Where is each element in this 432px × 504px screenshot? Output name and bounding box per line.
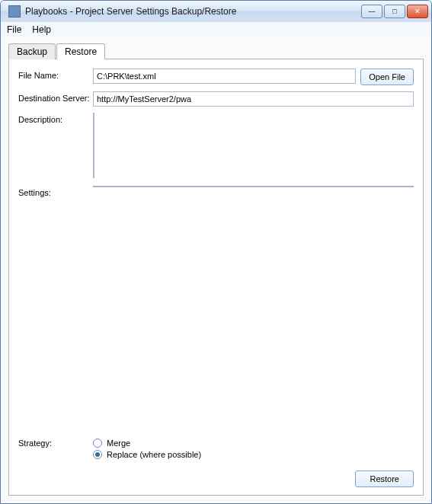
description-text: Source Server: http://MyTestServer2/pwa … (94, 113, 94, 177)
strategy-merge-label: Merge (107, 439, 130, 448)
strategy-merge-radio[interactable] (93, 439, 102, 448)
window-title: Playbooks - Project Server Settings Back… (25, 6, 361, 17)
description-box: Source Server: http://MyTestServer2/pwa … (93, 113, 94, 178)
tab-strip: Backup Restore (8, 42, 424, 59)
file-name-label: File Name: (18, 69, 93, 80)
menu-file[interactable]: File (7, 24, 21, 35)
client-area: Backup Restore File Name: Open File Dest… (1, 37, 431, 503)
destination-server-input[interactable] (93, 91, 414, 107)
app-window: Playbooks - Project Server Settings Back… (0, 0, 432, 504)
scroll-up-button[interactable]: ▲ (93, 113, 94, 126)
strategy-replace-radio[interactable] (93, 450, 102, 459)
app-icon (8, 5, 21, 18)
restore-button[interactable]: Restore (355, 471, 414, 487)
open-file-button[interactable]: Open File (360, 69, 414, 85)
restore-panel: File Name: Open File Destination Server:… (8, 59, 424, 496)
menubar: File Help (1, 22, 431, 37)
tab-restore[interactable]: Restore (56, 43, 105, 59)
close-button[interactable]: ✕ (407, 5, 428, 18)
tab-backup[interactable]: Backup (8, 43, 56, 59)
scroll-up-button[interactable]: ▲ (402, 187, 413, 187)
file-name-input[interactable] (93, 69, 356, 84)
settings-label: Settings: (18, 186, 93, 197)
destination-server-label: Destination Server: (18, 91, 93, 103)
minimize-button[interactable]: — (361, 5, 382, 18)
description-scrollbar[interactable]: ▲ ▼ (93, 113, 94, 177)
scroll-down-button[interactable]: ▼ (93, 165, 94, 177)
strategy-label: Strategy: (18, 436, 93, 448)
strategy-replace-label: Replace (where possible) (107, 450, 201, 459)
titlebar[interactable]: Playbooks - Project Server Settings Back… (1, 1, 431, 22)
settings-tree: −✓Server Settings−✓Operational Policies✓… (93, 186, 414, 187)
description-label: Description: (18, 113, 93, 124)
menu-help[interactable]: Help (32, 24, 51, 35)
maximize-button[interactable]: □ (384, 5, 405, 18)
